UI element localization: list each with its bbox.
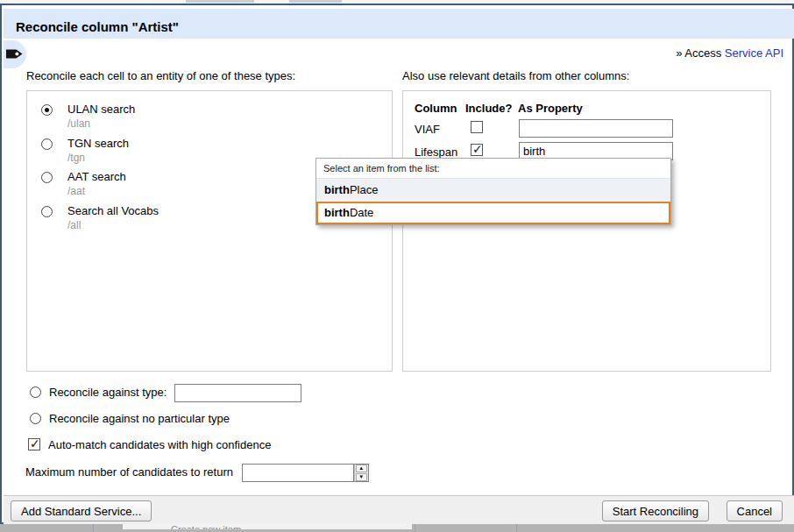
max-candidates-row: Maximum number of candidates to return ▲… bbox=[25, 464, 354, 482]
start-reconciling-button[interactable]: Start Reconciling bbox=[602, 500, 709, 521]
background-divider bbox=[93, 524, 94, 532]
suggest-match: birth bbox=[324, 206, 350, 219]
column-header-as-property: As Property bbox=[518, 102, 583, 115]
max-candidates-input[interactable] bbox=[242, 464, 354, 482]
row-label-viaf: VIAF bbox=[415, 123, 440, 136]
background-row-text: Create new item bbox=[171, 524, 241, 529]
details-panel: Column Include? As Property VIAF Lifespa… bbox=[402, 90, 771, 372]
type-path: /all bbox=[67, 219, 81, 231]
radio-no-type[interactable] bbox=[30, 413, 41, 424]
access-prefix: » Access bbox=[676, 46, 721, 60]
suggest-rest: Date bbox=[350, 206, 373, 219]
type-label[interactable]: AAT search bbox=[67, 170, 126, 183]
radio-tgn[interactable] bbox=[41, 138, 53, 150]
suggest-prompt: Select an item from the list: bbox=[316, 159, 670, 179]
row-label-lifespan: Lifespan bbox=[415, 145, 457, 159]
background-fragment bbox=[289, 0, 342, 3]
column-header-column: Column bbox=[415, 102, 457, 115]
screen: Reconcile column "Artist" » Access Servi… bbox=[0, 0, 794, 532]
type-path: /tgn bbox=[67, 152, 85, 164]
types-panel: ULAN search /ulan TGN search /tgn AAT se… bbox=[26, 90, 393, 372]
against-type-input[interactable] bbox=[174, 384, 301, 402]
spinner-up-icon[interactable]: ▲ bbox=[356, 465, 367, 472]
column-header-include: Include? bbox=[465, 102, 512, 115]
background-page-bottom: Create new item bbox=[0, 524, 794, 532]
type-label[interactable]: Search all Vocabs bbox=[67, 204, 159, 217]
dialog-footer: Add Standard Service... Start Reconcilin… bbox=[4, 495, 794, 524]
type-label[interactable]: TGN search bbox=[67, 137, 129, 150]
radio-ulan[interactable] bbox=[41, 104, 53, 116]
max-candidates-label: Maximum number of candidates to return bbox=[25, 465, 233, 479]
automatch-label: Auto-match candidates with high confiden… bbox=[48, 438, 271, 451]
background-fragment bbox=[186, 0, 254, 3]
no-particular-type-row: Reconcile against no particular type bbox=[30, 412, 230, 425]
access-service-api: » Access Service API bbox=[676, 46, 783, 60]
against-type-label: Reconcile against type: bbox=[49, 386, 167, 399]
type-path: /ulan bbox=[67, 117, 90, 130]
radio-aat[interactable] bbox=[41, 172, 53, 183]
include-checkbox-viaf[interactable] bbox=[471, 121, 483, 133]
add-standard-service-button[interactable]: Add Standard Service... bbox=[11, 500, 152, 521]
background-divider bbox=[415, 524, 415, 532]
automatch-checkbox[interactable] bbox=[28, 438, 40, 450]
property-suggest-dropdown: Select an item from the list: birthPlace… bbox=[315, 158, 671, 225]
type-path: /aat bbox=[67, 185, 85, 197]
spinner-down-icon[interactable]: ▼ bbox=[356, 473, 367, 481]
background-divider bbox=[516, 524, 517, 532]
service-api-link[interactable]: Service API bbox=[725, 46, 783, 60]
types-section-heading: Reconcile each cell to an entity of one … bbox=[26, 69, 295, 82]
dialog-header: Reconcile column "Artist" bbox=[4, 9, 794, 39]
tag-tab bbox=[4, 40, 26, 68]
cancel-button[interactable]: Cancel bbox=[727, 500, 783, 521]
type-option-tgn[interactable]: TGN search /tgn bbox=[41, 138, 374, 151]
background-row: Create new item bbox=[123, 524, 412, 529]
max-candidates-spinner[interactable]: ▲ ▼ bbox=[354, 464, 369, 482]
suggest-item-birthplace[interactable]: birthPlace bbox=[316, 179, 670, 202]
property-input-viaf[interactable] bbox=[519, 119, 673, 138]
suggest-item-birthdate[interactable]: birthDate bbox=[316, 202, 670, 224]
automatch-row: Auto-match candidates with high confiden… bbox=[28, 438, 271, 451]
reconcile-against-type-row: Reconcile against type: bbox=[30, 384, 301, 402]
suggest-rest: Place bbox=[350, 183, 379, 196]
include-checkbox-lifespan[interactable] bbox=[471, 144, 483, 156]
reconcile-dialog: Reconcile column "Artist" » Access Servi… bbox=[0, 4, 794, 524]
type-label[interactable]: ULAN search bbox=[67, 103, 135, 116]
suggest-match: birth bbox=[324, 183, 350, 196]
radio-all[interactable] bbox=[41, 206, 53, 217]
type-option-ulan[interactable]: ULAN search /ulan bbox=[41, 103, 374, 117]
no-type-label: Reconcile against no particular type bbox=[49, 412, 230, 425]
dialog-title: Reconcile column "Artist" bbox=[16, 19, 179, 34]
details-section-heading: Also use relevant details from other col… bbox=[402, 69, 629, 82]
radio-against-type[interactable] bbox=[30, 387, 41, 398]
